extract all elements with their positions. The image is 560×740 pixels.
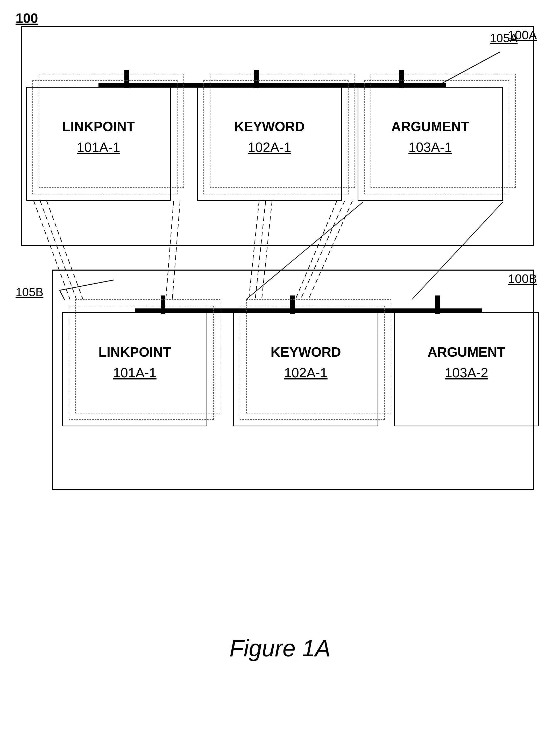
label-100B: 100B [508, 272, 537, 286]
label-105A: 105A [490, 31, 518, 45]
label-main-ref: 100 [15, 10, 38, 26]
linkpoint-A-title: LINKPOINT [27, 88, 170, 134]
argument-A-ref: 103A-1 [358, 134, 502, 155]
figure-caption: Figure 1A [0, 635, 560, 662]
box-keyword-A: KEYWORD 102A-1 [197, 87, 342, 201]
box-linkpoint-B: LINKPOINT 101A-1 [62, 312, 207, 427]
keyword-A-ref: 102A-1 [198, 134, 341, 155]
box-keyword-B: KEYWORD 102A-1 [233, 312, 378, 427]
page-container: 100 100A 105A LINKPOINT 101A-1 KEYWORD 1… [0, 0, 560, 740]
keyword-A-title: KEYWORD [198, 88, 341, 134]
label-105B: 105B [15, 285, 43, 299]
linkpoint-B-title: LINKPOINT [63, 313, 206, 360]
keyword-B-title: KEYWORD [234, 313, 378, 360]
argument-B-ref: 103A-2 [395, 360, 538, 380]
argument-A-title: ARGUMENT [358, 88, 502, 134]
box-argument-B: ARGUMENT 103A-2 [394, 312, 539, 427]
linkpoint-B-ref: 101A-1 [63, 360, 206, 380]
argument-B-title: ARGUMENT [395, 313, 538, 360]
vstem-B-argument [435, 295, 440, 313]
keyword-B-ref: 102A-1 [234, 360, 378, 380]
box-argument-A: ARGUMENT 103A-1 [358, 87, 503, 201]
linkpoint-A-ref: 101A-1 [27, 134, 170, 155]
box-linkpoint-A: LINKPOINT 101A-1 [26, 87, 171, 201]
